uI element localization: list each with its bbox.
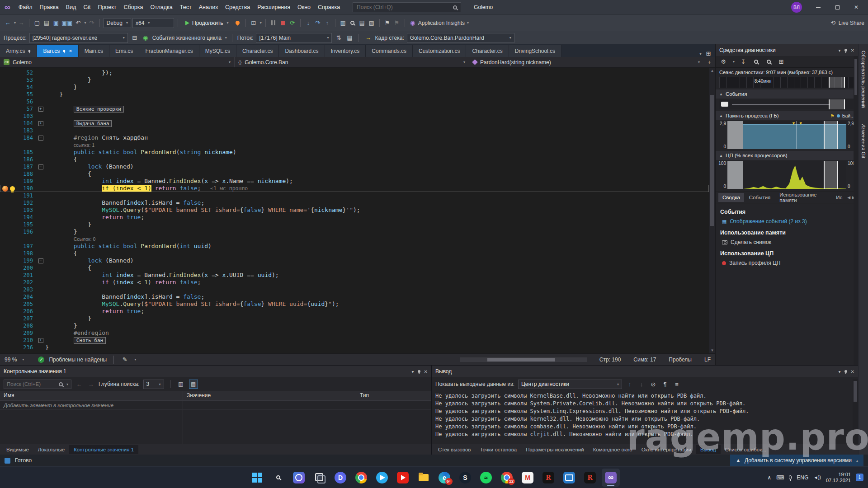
search-prev-icon[interactable]: ←: [75, 380, 83, 389]
code-line[interactable]: 210+ Снять бан: [0, 337, 709, 344]
save-icon[interactable]: ▣: [52, 19, 60, 28]
taskbar-discord[interactable]: D: [331, 469, 349, 487]
doc-tab[interactable]: Inventory.cs: [325, 45, 366, 57]
step-over-icon[interactable]: ↷: [314, 19, 322, 28]
screenshot-icon[interactable]: ⊡: [250, 19, 258, 28]
column-header-type[interactable]: Тип: [356, 391, 431, 400]
tool-window-tab[interactable]: Окно интерпретации: [637, 445, 696, 454]
breakpoint-margin[interactable]: [0, 293, 10, 300]
chevron-down-icon[interactable]: ▾: [839, 369, 841, 374]
breakpoint-margin[interactable]: [0, 98, 10, 105]
code-line[interactable]: ссылка: 1: [0, 141, 709, 149]
breakpoint-margin[interactable]: [0, 141, 10, 149]
memory-section-header[interactable]: ▲Память процесса (ГБ) ⚑Бай...: [716, 111, 858, 120]
close-icon[interactable]: ✕: [851, 48, 854, 53]
zoom-level[interactable]: 99 %: [5, 357, 17, 363]
edit-tracking-icon[interactable]: ✎: [121, 355, 129, 364]
breakpoint-margin[interactable]: [0, 344, 10, 351]
code-line[interactable]: 203: [0, 286, 709, 293]
autoscroll-icon[interactable]: ≡: [673, 380, 681, 389]
add-to-source-control-button[interactable]: ▲ Добавить в систему управления версиями…: [730, 455, 863, 466]
code-line[interactable]: 190 if (index < 1) return false; ≤1 мс п…: [0, 185, 709, 192]
quick-actions-bulb-icon[interactable]: [10, 186, 15, 191]
menu-item[interactable]: Проект: [94, 2, 120, 12]
scrollbar-thumb[interactable]: [710, 95, 714, 226]
project-dropdown[interactable]: C# Golemo▾: [0, 57, 235, 67]
menu-item[interactable]: Справка: [314, 2, 344, 12]
taskbar-chrome[interactable]: [352, 469, 370, 487]
watch-layout-icon[interactable]: ▥: [176, 380, 185, 389]
doc-tab[interactable]: Dashboard.cs: [279, 45, 325, 57]
code-line[interactable]: 194 return true;: [0, 214, 709, 221]
breakpoint-margin[interactable]: [0, 113, 10, 120]
breakpoint-margin[interactable]: [0, 178, 10, 185]
breakpoint-margin[interactable]: [0, 192, 10, 199]
taskbar-spotify[interactable]: ≈: [477, 469, 495, 487]
code-line[interactable]: 197 public static bool PardonHard(int uu…: [0, 243, 709, 250]
taskbar-gmail[interactable]: M: [519, 469, 537, 487]
code-line[interactable]: 103: [0, 113, 709, 120]
language-indicator[interactable]: ENG: [797, 474, 808, 481]
code-line[interactable]: 196 }: [0, 228, 709, 235]
process-combo[interactable]: [29540] ragemp-server.exe▾: [29, 33, 128, 43]
code-line[interactable]: 184− #region Снять хардбан: [0, 134, 709, 141]
menu-item[interactable]: Сборка: [120, 2, 147, 12]
thread-list-icon[interactable]: ▤: [345, 33, 354, 42]
doc-tab[interactable]: Ban.cs✕: [37, 45, 78, 57]
bookmark-prev-icon[interactable]: ⚑: [393, 19, 401, 28]
taskbar-steam[interactable]: S: [456, 469, 474, 487]
taskbar-youtube[interactable]: [394, 469, 412, 487]
export-icon[interactable]: ↧: [739, 57, 747, 66]
scroll-down-icon[interactable]: ▼: [709, 348, 715, 352]
code-line[interactable]: 206 return true;: [0, 308, 709, 315]
taskbar-task-view[interactable]: [311, 469, 329, 487]
collapsed-region[interactable]: Всякие проверки: [74, 106, 124, 113]
tool-window-tab[interactable]: Список ошибок...: [721, 445, 771, 454]
notification-badge[interactable]: 1: [856, 474, 863, 481]
diagnostics-tab[interactable]: Использование памяти: [775, 190, 831, 205]
taskbar-ragemp[interactable]: R: [539, 469, 557, 487]
taskbar-start[interactable]: [248, 469, 266, 487]
diagnostics-scrollbar[interactable]: [854, 56, 858, 365]
collapsed-region[interactable]: Выдача бана: [74, 120, 112, 127]
hot-reload-icon[interactable]: [234, 19, 242, 28]
code-line[interactable]: 204 Banned[index].isHard = false;: [0, 293, 709, 300]
fold-expand-icon[interactable]: +: [38, 338, 43, 343]
close-button[interactable]: ✕: [847, 0, 865, 14]
events-track[interactable]: [719, 99, 854, 109]
application-insights-label[interactable]: Application Insights: [418, 20, 465, 26]
breakpoint-margin[interactable]: [0, 329, 10, 337]
watch-search-input[interactable]: [7, 381, 56, 387]
menu-item[interactable]: Файл: [15, 2, 36, 12]
code-line[interactable]: 185 public static bool PardonHard(string…: [0, 149, 709, 156]
watch-header[interactable]: Контрольные значения 1 ▾ ✕: [0, 366, 431, 377]
code-line[interactable]: 187− lock (Banned): [0, 163, 709, 170]
breakpoint-margin[interactable]: [0, 322, 10, 329]
maximize-button[interactable]: [828, 0, 846, 14]
breakpoint-margin[interactable]: [0, 221, 10, 228]
restart-icon[interactable]: ⟳: [288, 19, 297, 28]
clock[interactable]: 19:01 07.12.2021: [826, 472, 851, 483]
lifecycle-events-icon[interactable]: ◉: [142, 33, 150, 42]
split-window-icon[interactable]: ⊞: [704, 50, 712, 57]
fold-expand-icon[interactable]: +: [38, 107, 43, 112]
tool-window-tab[interactable]: Видимые: [2, 445, 33, 454]
breakpoint-margin[interactable]: [0, 286, 10, 293]
codelens-link[interactable]: Ссылок: 0: [74, 236, 96, 242]
breakpoint-margin[interactable]: [0, 235, 10, 243]
close-icon[interactable]: ✕: [851, 369, 854, 374]
breakpoint-margin[interactable]: [0, 120, 10, 127]
breakpoint-margin[interactable]: [0, 156, 10, 163]
doc-tab[interactable]: MySQL.cs: [199, 45, 236, 57]
taskbar-photos[interactable]: [290, 469, 308, 487]
line-indicator[interactable]: Стр: 190: [599, 357, 621, 363]
open-file-icon[interactable]: ▤: [42, 19, 51, 28]
pin-icon[interactable]: [844, 49, 847, 52]
goto-prev-message-icon[interactable]: ↑: [626, 380, 634, 389]
breakpoint-margin[interactable]: [0, 84, 10, 91]
tool-window-tab[interactable]: Локальные: [33, 445, 69, 454]
live-share-icon[interactable]: ⟲: [829, 19, 837, 28]
taskbar-edge[interactable]: e6+: [435, 469, 453, 487]
stack-frame-combo[interactable]: Golemo.Core.Ban.PardonHard▾: [407, 33, 514, 43]
lifecycle-events-button[interactable]: События жизненного цикла: [152, 35, 222, 41]
